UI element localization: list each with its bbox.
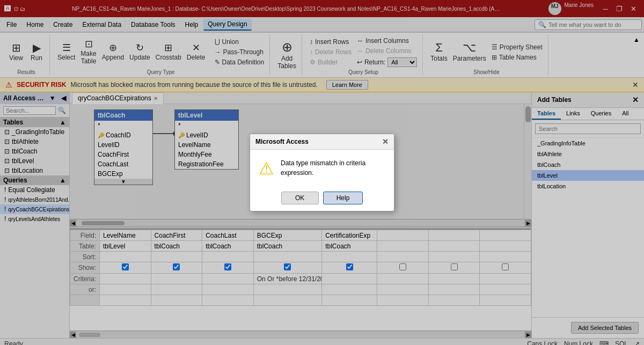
modal-close-btn[interactable]: ✕	[382, 137, 389, 146]
modal-title: Microsoft Access	[255, 138, 309, 145]
modal-message: Data type mismatch in criteria expressio…	[281, 158, 385, 178]
modal-header: Microsoft Access ✕	[250, 134, 394, 150]
modal-warning-icon: ⚠	[259, 158, 274, 179]
modal-help-button[interactable]: Help	[323, 192, 363, 204]
modal-body: ⚠ Data type mismatch in criteria express…	[250, 150, 394, 187]
modal-footer: OK Help	[250, 187, 394, 211]
modal-overlay: Microsoft Access ✕ ⚠ Data type mismatch …	[0, 0, 644, 345]
modal-dialog: Microsoft Access ✕ ⚠ Data type mismatch …	[250, 134, 394, 211]
modal-ok-button[interactable]: OK	[281, 192, 319, 204]
